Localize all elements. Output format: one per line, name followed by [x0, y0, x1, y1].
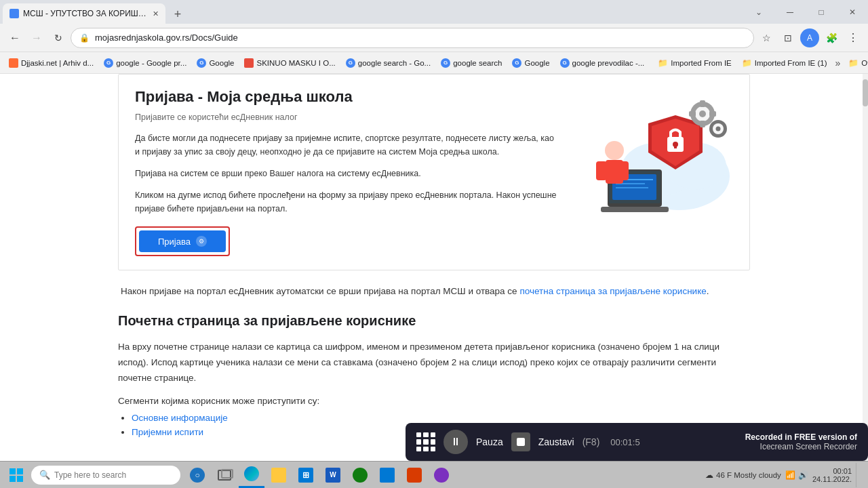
windows-icon [9, 468, 23, 482]
media-grid-icon[interactable] [416, 432, 435, 451]
bookmark-djjaski[interactable]: Djjaski.net | Arhiv d... [4, 57, 98, 69]
prijava-button-label: Пријава [158, 237, 191, 247]
svg-rect-5 [601, 207, 669, 212]
svg-rect-19 [709, 111, 716, 117]
bookmarks-bar: Djjaski.net | Arhiv d... G google - Goog… [0, 52, 868, 74]
media-info: Recorded in FREE version of Icecream Scr… [745, 432, 857, 451]
bookmark-imported-ie[interactable]: 📁 Imported From IE [653, 57, 736, 69]
extensions-button[interactable]: 🧩 [822, 28, 841, 47]
bullet-link-1[interactable]: Основне информације [132, 413, 228, 423]
pause-label: Pauza [476, 436, 503, 447]
start-button[interactable] [3, 462, 30, 488]
bookmark-google-3[interactable]: G Google [507, 57, 554, 69]
taskbar-app-taskview[interactable] [212, 462, 237, 488]
chevron-icon[interactable]: ⌄ [743, 0, 774, 24]
taskbar-time: 00:01 [812, 467, 852, 475]
browser-window: МСШ - УПУТСТВО ЗА КОРИШЕ... ✕ + ⌄ ─ □ ✕ … [0, 0, 868, 488]
prijava-subtitle: Пријавите се користећи есДневник налог [135, 113, 557, 122]
media-info-line1: Icecream Screen Recorder [745, 442, 857, 451]
bookmark-google-2[interactable]: G Google [192, 57, 239, 69]
taskbar-clock[interactable]: 00:01 24.11.2022. [812, 467, 852, 483]
bookmark-other[interactable]: 📁 Other bookmarks [844, 57, 868, 69]
transition-link[interactable]: почетна страница за пријављене кориснике [519, 286, 706, 296]
stop-button[interactable] [511, 432, 530, 451]
lock-icon: 🔒 [79, 33, 90, 43]
bullet-link-2[interactable]: Пријемни испити [132, 427, 203, 437]
taskbar-app-purple[interactable] [429, 462, 454, 488]
taskbar-weather[interactable]: ☁ 46 F Mostly cloudy [705, 470, 781, 480]
prijava-para1: Да бисте могли да поднесете пријаву за п… [135, 131, 557, 159]
transition-text: Након пријаве на портал есДневник аутома… [118, 284, 750, 300]
weather-text: 46 F Mostly cloudy [716, 471, 781, 479]
prijava-button[interactable]: Пријава ⚙ [139, 230, 226, 252]
svg-rect-18 [689, 111, 696, 117]
svg-point-15 [699, 110, 706, 117]
prijava-text: Пријава - Моја средња школа Пријавите се… [135, 88, 557, 256]
section2-para1: На врху почетне странице налази се карти… [118, 340, 750, 386]
maximize-button[interactable]: □ [806, 0, 837, 24]
bookmarks-more-button[interactable]: » [833, 56, 844, 70]
svg-rect-25 [596, 161, 607, 180]
taskbar-app-word[interactable]: W [320, 462, 346, 488]
title-bar: МСШ - УПУТСТВО ЗА КОРИШЕ... ✕ + ⌄ ─ □ ✕ [0, 0, 868, 24]
bookmark-gsearch-2[interactable]: G google search [436, 57, 507, 69]
bookmark-imported-ie-1[interactable]: 📁 Imported From IE (1) [737, 57, 832, 69]
taskbar-date: 24.11.2022. [812, 475, 852, 483]
taskbar-app-cortana[interactable]: ○ [184, 462, 210, 488]
search-icon: 🔍 [39, 470, 50, 480]
taskbar-app-explorer[interactable] [266, 462, 292, 488]
back-button[interactable]: ← [5, 28, 24, 47]
svg-rect-16 [700, 100, 705, 107]
minimize-button[interactable]: ─ [774, 0, 806, 24]
taskbar-app-store[interactable]: ⊞ [293, 462, 319, 488]
bookmark-google-1[interactable]: G google - Google pr... [99, 57, 191, 69]
stop-shortcut: (F8) [583, 436, 600, 447]
bookmark-skinuo[interactable]: SKINUO MASKU I O... [239, 57, 340, 69]
taskbar-app-orange[interactable] [401, 462, 427, 488]
tab-close-icon[interactable]: ✕ [153, 9, 159, 18]
bookmark-gsearch-1[interactable]: G google search - Go... [341, 57, 435, 69]
profile-button[interactable]: A [800, 28, 819, 47]
url-text: mojasrednjaskola.gov.rs/Docs/Guide [95, 33, 745, 43]
security-illustration [570, 88, 733, 224]
close-button[interactable]: ✕ [837, 0, 868, 24]
taskbar-apps: ○ ⊞ W [184, 462, 454, 488]
svg-point-22 [716, 127, 721, 131]
taskbar-app-edge[interactable] [239, 462, 264, 488]
media-time: 00:01:5 [610, 437, 639, 447]
pause-button[interactable]: ⏸ [443, 430, 468, 454]
toolbar: ← → ↻ 🔒 mojasrednjaskola.gov.rs/Docs/Gui… [0, 24, 868, 52]
window-controls: ⌄ ─ □ ✕ [743, 0, 868, 24]
taskbar-app-mail[interactable] [374, 462, 400, 488]
media-player: ⏸ Pauza Zaustavi (F8) 00:01:5 Recorded i… [406, 423, 868, 461]
new-tab-button[interactable]: + [168, 5, 187, 24]
prijava-button-icon: ⚙ [196, 236, 207, 247]
tab-title: МСШ - УПУТСТВО ЗА КОРИШЕ... [23, 9, 149, 18]
browser-tab-icon[interactable]: ⊡ [778, 28, 797, 47]
speaker-icon: 🔊 [798, 470, 808, 480]
forward-button[interactable]: → [27, 28, 46, 47]
section2-title: Почетна страница за пријављене кориснике [118, 313, 750, 329]
browser-tab[interactable]: МСШ - УПУТСТВО ЗА КОРИШЕ... ✕ [3, 3, 165, 24]
bookmark-prevodilac[interactable]: G google prevodilac -... [555, 57, 650, 69]
bookmark-star-button[interactable]: ☆ [757, 28, 776, 47]
section2-para2: Сегменти којима корисник може приступити… [118, 396, 750, 406]
svg-rect-26 [618, 161, 629, 180]
reload-button[interactable]: ↻ [49, 28, 68, 47]
search-box[interactable]: 🔍 Type here to search [31, 466, 180, 485]
scrollbar-thumb[interactable] [863, 79, 868, 106]
address-bar[interactable]: 🔒 mojasrednjaskola.gov.rs/Docs/Guide [71, 28, 754, 48]
svg-rect-12 [674, 144, 677, 148]
prijava-title: Пријава - Моја средња школа [135, 88, 557, 106]
taskbar-app-green[interactable] [347, 462, 373, 488]
bullet-item-1: Основне информације [132, 413, 750, 423]
transition-text-part: Након пријаве на портал есДневник аутома… [121, 286, 517, 296]
taskbar: 🔍 Type here to search ○ ⊞ W [0, 461, 868, 488]
menu-button[interactable]: ⋮ [844, 28, 863, 47]
svg-rect-17 [700, 121, 705, 127]
prijava-section: Пријава - Моја средња школа Пријавите се… [118, 74, 750, 270]
tab-favicon [9, 9, 19, 18]
show-desktop-button[interactable] [856, 463, 860, 487]
weather-icon: ☁ [705, 470, 713, 480]
svg-point-23 [605, 141, 624, 160]
